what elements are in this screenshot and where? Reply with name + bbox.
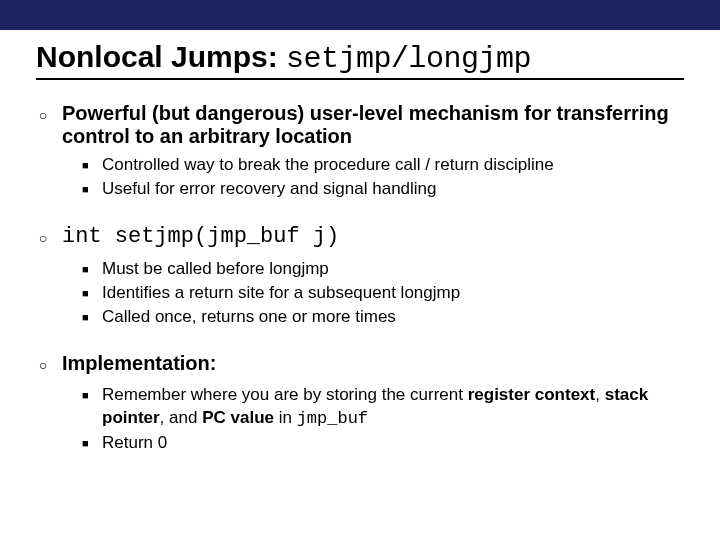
square-bullet-icon: ■ xyxy=(82,154,92,176)
slide-content: Nonlocal Jumps: setjmp/longjmp ○Powerful… xyxy=(0,30,720,454)
title-bar xyxy=(0,0,720,30)
circle-bullet-icon: ○ xyxy=(36,352,50,378)
square-bullet-icon: ■ xyxy=(82,282,92,304)
circle-bullet-icon: ○ xyxy=(36,102,50,128)
section: ○Powerful (but dangerous) user-level mec… xyxy=(36,102,684,200)
circle-bullet-icon: ○ xyxy=(36,224,50,252)
section-heading-text: Powerful (but dangerous) user-level mech… xyxy=(62,102,684,148)
sub-bullet-text: Controlled way to break the procedure ca… xyxy=(102,154,684,176)
sub-bullet-text: Must be called before longjmp xyxy=(102,258,684,280)
sub-bullet-list: ■Must be called before longjmp■Identifie… xyxy=(36,258,684,328)
square-bullet-icon: ■ xyxy=(82,178,92,200)
sub-bullet-list: ■Remember where you are by storing the c… xyxy=(36,384,684,453)
sub-bullet-text: Remember where you are by storing the cu… xyxy=(102,384,684,429)
section-heading: ○int setjmp(jmp_buf j) xyxy=(36,224,684,252)
section-heading: ○Implementation: xyxy=(36,352,684,378)
section: ○Implementation:■Remember where you are … xyxy=(36,352,684,453)
sub-bullet-text: Identifies a return site for a subsequen… xyxy=(102,282,684,304)
title-code: setjmp/longjmp xyxy=(286,42,531,76)
sub-bullet-text: Called once, returns one or more times xyxy=(102,306,684,328)
sub-bullet-text: Return 0 xyxy=(102,432,684,454)
square-bullet-icon: ■ xyxy=(82,258,92,280)
sub-bullet-item: ■Called once, returns one or more times xyxy=(82,306,684,328)
section: ○int setjmp(jmp_buf j)■Must be called be… xyxy=(36,224,684,328)
sub-bullet-text: Useful for error recovery and signal han… xyxy=(102,178,684,200)
sub-bullet-item: ■Controlled way to break the procedure c… xyxy=(82,154,684,176)
sub-bullet-item: ■Return 0 xyxy=(82,432,684,454)
section-heading-text: int setjmp(jmp_buf j) xyxy=(62,224,684,249)
sub-bullet-item: ■Identifies a return site for a subseque… xyxy=(82,282,684,304)
section-heading-text: Implementation: xyxy=(62,352,684,375)
sub-bullet-item: ■Must be called before longjmp xyxy=(82,258,684,280)
square-bullet-icon: ■ xyxy=(82,384,92,406)
title-prefix: Nonlocal Jumps: xyxy=(36,40,286,73)
sub-bullet-item: ■Remember where you are by storing the c… xyxy=(82,384,684,429)
square-bullet-icon: ■ xyxy=(82,432,92,454)
sub-bullet-list: ■Controlled way to break the procedure c… xyxy=(36,154,684,200)
section-heading: ○Powerful (but dangerous) user-level mec… xyxy=(36,102,684,148)
slide-title: Nonlocal Jumps: setjmp/longjmp xyxy=(36,40,684,80)
square-bullet-icon: ■ xyxy=(82,306,92,328)
sub-bullet-item: ■Useful for error recovery and signal ha… xyxy=(82,178,684,200)
